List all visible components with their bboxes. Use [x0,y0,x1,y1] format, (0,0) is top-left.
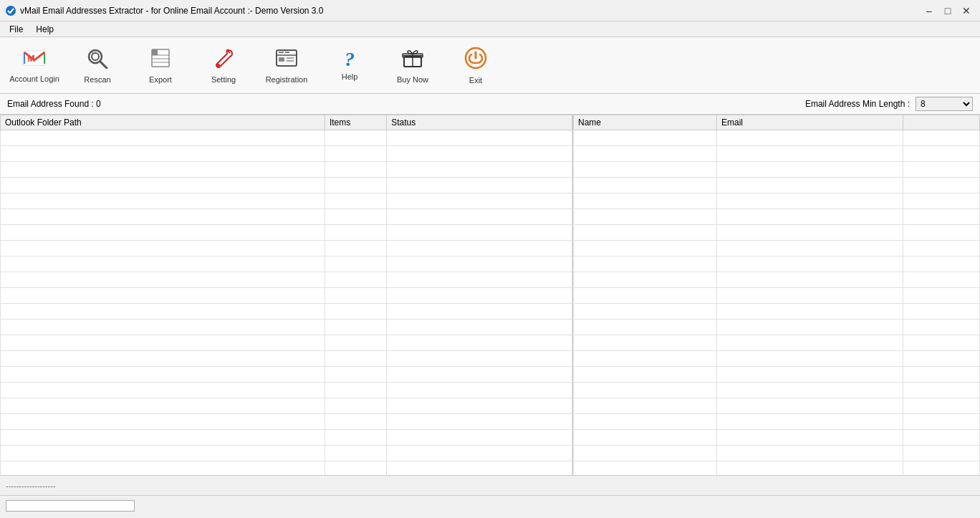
table-row [1,414,572,430]
exit-label: Exit [469,76,482,85]
svg-rect-7 [152,49,158,55]
rescan-button[interactable]: Rescan [69,40,126,90]
table-row [574,256,980,272]
items-cell [325,178,386,193]
folder-path-cell [1,446,325,461]
close-button[interactable]: ✕ [959,3,974,19]
folder-path-cell [1,351,325,367]
email-cell [717,461,903,476]
table-row [574,367,980,383]
folder-path-cell [1,178,325,193]
setting-button[interactable]: Setting [195,40,252,90]
folder-path-cell [1,288,325,304]
table-row [1,256,572,272]
svg-rect-14 [279,57,284,62]
table-row [1,430,572,446]
extra-cell [903,367,980,383]
status-cell [387,320,572,335]
status-bar: Email Address Found : 0 Email Address Mi… [0,94,980,115]
table-row [574,272,980,288]
table-row [1,272,572,288]
email-cell [717,367,903,383]
name-cell [574,162,717,178]
exit-button[interactable]: Exit [447,40,504,90]
table-row [574,461,980,476]
extra-cell [903,256,980,272]
folder-path-cell [1,193,325,209]
table-row [574,178,980,193]
registration-label: Registration [266,75,308,84]
name-cell [574,446,717,461]
items-cell [325,241,386,256]
folder-path-cell [1,241,325,256]
folder-path-cell [1,256,325,272]
status-cell [387,146,572,162]
items-cell [325,320,386,335]
extra-cell [903,288,980,304]
bottom-bar: ------------------- [0,475,980,495]
buy-now-button[interactable]: Buy Now [384,40,441,90]
table-row [574,193,980,209]
name-cell [574,272,717,288]
folder-path-cell [1,430,325,446]
name-cell [574,304,717,320]
status-cell [387,193,572,209]
svg-line-5 [100,62,107,68]
table-row [1,320,572,335]
table-row [1,367,572,383]
registration-button[interactable]: Registration [258,40,315,90]
menu-help[interactable]: Help [29,22,60,37]
folder-path-cell [1,335,325,351]
email-found-label: Email Address Found : 0 [7,99,101,109]
name-cell [574,288,717,304]
table-row [574,320,980,335]
items-cell [325,130,386,146]
extra-cell [903,272,980,288]
name-cell [574,256,717,272]
table-row [1,288,572,304]
email-cell [717,272,903,288]
help-label: Help [342,72,358,81]
name-cell [574,414,717,430]
status-cell [387,335,572,351]
min-length-select[interactable]: 5 6 7 8 9 10 11 12 [916,97,973,111]
folder-path-cell [1,461,325,476]
account-login-icon: M [21,48,47,72]
email-table-body [574,130,980,476]
export-button[interactable]: Export [132,40,189,90]
extra-cell [903,130,980,146]
status-cell [387,430,572,446]
title-bar-controls: – □ ✕ [921,3,974,19]
name-cell [574,225,717,241]
items-cell [325,351,386,367]
items-cell [325,367,386,383]
email-cell [717,446,903,461]
account-login-button[interactable]: M Account Login [6,40,63,90]
toolbar: M Account Login Rescan Expo [0,37,980,94]
table-row [1,162,572,178]
folder-path-cell [1,225,325,241]
help-button[interactable]: ? Help [321,40,378,90]
status-cell [387,398,572,414]
maximize-button[interactable]: □ [940,3,956,19]
email-cell [717,241,903,256]
folder-path-cell [1,383,325,398]
table-row [1,446,572,461]
name-cell [574,398,717,414]
col-extra [903,115,980,130]
email-cell [717,414,903,430]
menu-file[interactable]: File [3,22,29,37]
table-row [1,383,572,398]
minimize-button[interactable]: – [921,3,937,19]
min-length-label: Email Address Min Length : [805,99,910,109]
col-folder-path: Outlook Folder Path [1,115,325,130]
col-name: Name [574,115,717,130]
email-cell [717,430,903,446]
extra-cell [903,351,980,367]
table-row [1,241,572,256]
extra-cell [903,146,980,162]
folder-table: Outlook Folder Path Items Status [0,115,572,475]
menu-bar: File Help [0,21,980,37]
items-cell [325,209,386,225]
app-logo-icon [6,6,16,16]
